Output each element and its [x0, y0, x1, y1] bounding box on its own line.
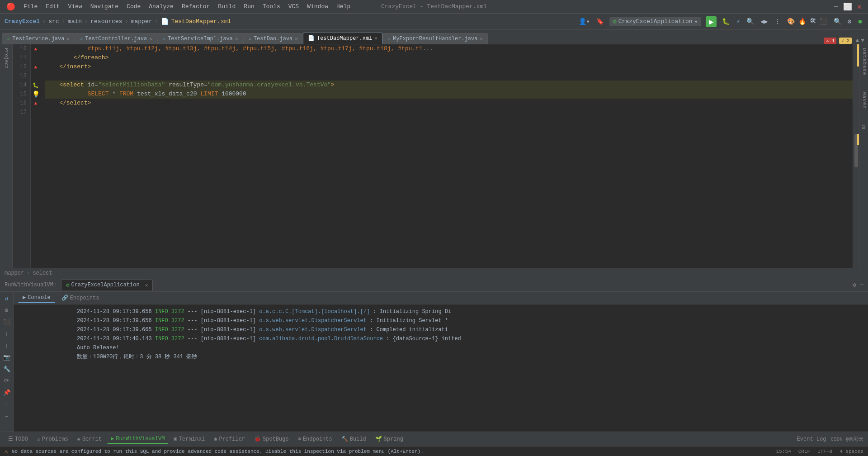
tab-build[interactable]: 🔨 Build	[338, 435, 370, 443]
scroll-up-icon[interactable]: ↑	[2, 329, 12, 339]
stop-run-icon[interactable]: ⬛	[2, 317, 12, 327]
gerrit-icon: ◈	[77, 436, 80, 442]
tab-todo[interactable]: ☰ TODO	[5, 435, 32, 443]
breadcrumb-src[interactable]: src	[48, 18, 59, 25]
m-label[interactable]: m	[859, 122, 868, 133]
menu-help[interactable]: Help	[333, 2, 354, 11]
tab-testserviceimpl[interactable]: ☕ TestServiceImpl.java ✕	[157, 33, 243, 44]
maven-label[interactable]: Maven	[859, 88, 868, 113]
menu-vcs[interactable]: VCS	[285, 2, 302, 11]
breadcrumb-file[interactable]: TestDaoMapper.xml	[171, 18, 231, 25]
run-icon-settings[interactable]: ⚙	[2, 305, 12, 315]
pin-icon[interactable]: 📌	[2, 388, 12, 398]
breadcrumb-app[interactable]: CrazyExcel	[5, 18, 40, 25]
lightbulb-icon[interactable]: 💡	[31, 90, 41, 99]
avatar-icon[interactable]: ●	[857, 16, 863, 27]
run-config-name: CrazyExcelApplication	[618, 18, 693, 25]
menu-file[interactable]: File	[20, 2, 41, 11]
restart-icon[interactable]: ↺	[2, 294, 12, 304]
tab-label-0: TestService.java	[12, 36, 64, 42]
tab-close-4[interactable]: ✕	[374, 35, 377, 41]
close-button[interactable]: ✕	[856, 4, 863, 10]
profile-button[interactable]: 🔍	[745, 17, 755, 26]
menu-refactor[interactable]: Refactor	[178, 2, 213, 11]
breadcrumb-main[interactable]: main	[68, 18, 82, 25]
tab-close-0[interactable]: ✕	[66, 36, 70, 42]
menu-window[interactable]: Window	[303, 2, 332, 11]
run-side: ↺ ⚙ ⬛ ↑ ↓ 📷 🔧 ⟳ 📌 ◦ ⋯ ▶ Console	[0, 292, 868, 432]
nav-more-actions[interactable]: ⋮	[774, 17, 782, 26]
project-label[interactable]: Project	[4, 48, 9, 69]
breadcrumb-resources[interactable]: resources	[90, 18, 122, 25]
tools-icon[interactable]: 🛠	[809, 17, 817, 26]
tab-close-2[interactable]: ✕	[235, 36, 238, 42]
more-icon[interactable]: ⋯	[2, 411, 12, 421]
settings-button[interactable]: ⚙	[847, 17, 852, 26]
tab-close-5[interactable]: ✕	[480, 36, 483, 42]
tab-close-3[interactable]: ✕	[295, 36, 298, 42]
fire-icon[interactable]: 🔥	[797, 17, 807, 26]
menu-tools[interactable]: Tools	[259, 2, 284, 11]
filter-icon[interactable]: 🔧	[2, 364, 12, 374]
tab-icon-0: ☕	[7, 35, 10, 42]
menu-view[interactable]: View	[64, 2, 85, 11]
nav-down[interactable]: ▼	[861, 37, 864, 44]
cog-icon[interactable]: ◦	[2, 399, 12, 409]
coverage-button[interactable]: ⚡	[735, 17, 741, 26]
minimize-button[interactable]: —	[833, 4, 839, 10]
debug-button[interactable]: 🐛	[721, 17, 731, 26]
maximize-button[interactable]: ⬜	[844, 4, 851, 10]
tab-testdaomapper[interactable]: 📄 TestDaoMapper.xml ✕	[303, 33, 382, 44]
console-tab-console[interactable]: ▶ Console	[18, 293, 55, 303]
menu-bar: File Edit View Navigate Code Analyze Ref…	[20, 2, 354, 11]
stop-icon[interactable]: ⬛	[819, 17, 828, 26]
scroll-down-icon[interactable]: ↓	[2, 341, 12, 351]
nav-up[interactable]: ▲	[855, 37, 859, 44]
run-tab-close[interactable]: ✕	[145, 282, 148, 288]
tab-testservice[interactable]: ☕ TestService.java ✕	[2, 33, 75, 44]
database-label[interactable]: Database	[859, 44, 868, 79]
tab-profiler[interactable]: ◉ Profiler	[210, 435, 249, 443]
menu-navigate[interactable]: Navigate	[87, 2, 122, 11]
nav-actions[interactable]: ◀▶	[760, 17, 769, 26]
tab-problems[interactable]: ⚠ Problems	[33, 435, 72, 443]
search-button[interactable]: 🔍	[833, 17, 842, 26]
console-tab-endpoints[interactable]: 🔗 Endpoints	[57, 293, 104, 303]
camera-icon[interactable]: 📷	[2, 352, 12, 362]
indent: 4 spaces	[840, 449, 863, 454]
nav-user-icon[interactable]: 👤▾	[578, 17, 591, 26]
tab-testcontroller[interactable]: ☕ TestController.java ✕	[75, 33, 157, 44]
terminal-label: Terminal	[179, 436, 205, 442]
menu-edit[interactable]: Edit	[42, 2, 63, 11]
encoding: UTF-8	[817, 449, 832, 454]
menu-analyze[interactable]: Analyze	[145, 2, 177, 11]
editor-scrollbar[interactable]	[853, 44, 859, 268]
tab-spring[interactable]: 🌱 Spring	[372, 435, 407, 443]
spring-icon: 🌱	[375, 436, 382, 442]
menu-run[interactable]: Run	[240, 2, 258, 11]
tab-runwithvisualvm[interactable]: ▶ RunWithVisualVM	[107, 434, 168, 444]
wrap-icon[interactable]: ⟳	[2, 376, 12, 386]
tab-endpoints[interactable]: ⊕ Endpoints	[294, 435, 336, 443]
nav-bookmark-icon[interactable]: 🔖	[595, 17, 605, 26]
menu-build[interactable]: Build	[214, 2, 239, 11]
run-button[interactable]: ▶	[706, 16, 717, 27]
run-panel-tab[interactable]: ⚙ CrazyExcelApplication ✕	[61, 280, 153, 290]
console-body[interactable]: 2024-11-28 09:17:39.656 INFO 3272 --- [n…	[14, 304, 868, 432]
run-minimize-icon[interactable]: —	[860, 281, 863, 288]
tab-myexportresulthandler[interactable]: ☕ MyExportResultHandler.java ✕	[382, 33, 488, 44]
color-picker-icon[interactable]: 🎨	[786, 17, 796, 26]
tab-gerrit[interactable]: ◈ Gerrit	[74, 435, 105, 443]
code-editor[interactable]: #tpu.t11j, #tpu.t12j, #tpu.t13j, #tpu.t1…	[41, 44, 853, 268]
breadcrumb-mapper[interactable]: mapper	[131, 18, 152, 25]
editor[interactable]: 10 11 12 13 14 15 16 17 🔺 🔺 🐛 💡 🔺	[13, 44, 859, 268]
run-settings-icon[interactable]: ⚙	[853, 281, 856, 289]
menu-code[interactable]: Code	[123, 2, 144, 11]
tab-close-1[interactable]: ✕	[149, 36, 152, 42]
tab-terminal[interactable]: ▣ Terminal	[170, 435, 208, 443]
event-log[interactable]: Event Log	[797, 436, 826, 442]
app-logo[interactable]: 🔴	[5, 1, 16, 12]
tab-testdao[interactable]: ☕ TestDao.java ✕	[243, 33, 303, 44]
run-config[interactable]: ⚙ CrazyExcelApplication ▾	[609, 17, 701, 26]
tab-spotbugs[interactable]: 🐞 SpotBugs	[250, 435, 292, 443]
